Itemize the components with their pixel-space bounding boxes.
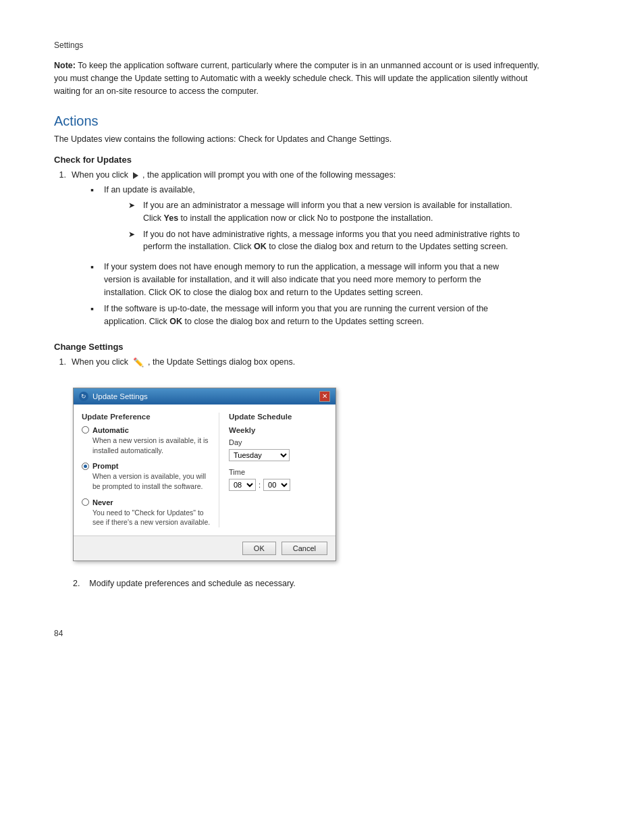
arrow-item-2: ➤ If you do not have administrative righ… [128, 228, 522, 254]
schedule-section-title: Update Schedule [229, 413, 327, 421]
pref-automatic: Automatic When a new version is availabl… [82, 426, 211, 455]
day-select[interactable]: Tuesday Monday Wednesday Thursday Friday… [229, 449, 290, 461]
bullet-item-2: ▪ If your system does not have enough me… [90, 261, 522, 298]
note-box: Note: To keep the application software c… [54, 59, 540, 97]
change-step1-text: , the Update Settings dialog box opens. [148, 357, 295, 367]
update-settings-dialog: Update Settings ✕ Update Preference Auto… [73, 388, 336, 561]
bullet-2-text: If your system does not have enough memo… [104, 261, 522, 298]
dialog-app-icon [79, 392, 88, 401]
change-settings-steps: 1. When you click ✏️ , the Update Settin… [54, 357, 590, 367]
preference-radio-group: Automatic When a new version is availabl… [82, 426, 211, 527]
dialog-titlebar: Update Settings ✕ [74, 388, 336, 405]
update-settings-dialog-wrapper: Update Settings ✕ Update Preference Auto… [73, 388, 336, 561]
dialog-preference-panel: Update Preference Automatic When a new v… [82, 413, 219, 527]
play-icon [133, 172, 138, 179]
change-step1-prefix: When you click [72, 357, 128, 367]
step1-text: , the application will prompt you with o… [142, 170, 396, 180]
dialog-cancel-button[interactable]: Cancel [281, 542, 327, 555]
preference-section-title: Update Preference [82, 413, 211, 421]
bullet-1-text: If an update is available, [104, 185, 195, 194]
breadcrumb: Settings [54, 41, 590, 50]
pref-never-label: Never [92, 498, 113, 506]
step2-text: Modify update preferences and schedule a… [89, 579, 296, 588]
note-label: Note: [54, 61, 76, 70]
arrow-list-1: ➤ If you are an administrator a message … [104, 199, 522, 253]
radio-never[interactable] [82, 498, 89, 506]
dialog-footer: OK Cancel [74, 536, 336, 561]
step1-prefix: When you click [72, 170, 128, 180]
section-title-actions: Actions [54, 113, 590, 129]
pref-prompt: Prompt When a version is available, you … [82, 462, 211, 491]
schedule-details: Weekly Day Tuesday Monday Wednesday Thur… [229, 426, 327, 491]
check-updates-bullets: ▪ If an update is available, ➤ If you ar… [72, 184, 522, 328]
minute-select[interactable]: 00 15 30 45 [263, 479, 290, 491]
note-text: To keep the application software current… [54, 61, 539, 96]
dialog-close-button[interactable]: ✕ [319, 391, 330, 402]
schedule-frequency: Weekly [229, 426, 327, 434]
dialog-schedule-panel: Update Schedule Weekly Day Tuesday Monda… [219, 413, 327, 527]
pref-automatic-desc: When a new version is available, it is i… [82, 436, 211, 455]
time-colon: : [259, 481, 261, 489]
radio-prompt[interactable] [82, 463, 89, 470]
dialog-titlebar-left: Update Settings [79, 392, 148, 401]
check-updates-steps: 1. When you click , the application will… [54, 170, 590, 332]
dialog-body: Update Preference Automatic When a new v… [74, 405, 336, 536]
page-number: 84 [54, 629, 590, 638]
pref-never-desc: You need to "Check for Updates" to see i… [82, 508, 211, 527]
hour-select[interactable]: 08 06 07 09 10 [229, 479, 256, 491]
pref-never: Never You need to "Check for Updates" to… [82, 498, 211, 527]
change-settings-step2: 2. Modify update preferences and schedul… [73, 579, 590, 588]
bullet-item-1: ▪ If an update is available, ➤ If you ar… [90, 184, 522, 257]
day-label: Day [229, 438, 327, 446]
pref-automatic-label: Automatic [92, 426, 129, 434]
radio-automatic[interactable] [82, 426, 89, 434]
arrow-item-1: ➤ If you are an administrator a message … [128, 199, 522, 225]
bullet-item-3: ▪ If the software is up-to-date, the mes… [90, 303, 522, 328]
dialog-ok-button[interactable]: OK [242, 542, 276, 555]
subsection-change-settings: Change Settings [54, 342, 590, 352]
subsection-check-updates: Check for Updates [54, 155, 590, 165]
time-row: 08 06 07 09 10 : 00 15 30 45 [229, 479, 327, 491]
change-settings-step1: 1. When you click ✏️ , the Update Settin… [54, 357, 590, 367]
dialog-title: Update Settings [92, 392, 148, 400]
time-label: Time [229, 468, 327, 476]
pencil-icon: ✏️ [133, 357, 144, 367]
pref-prompt-label: Prompt [92, 462, 119, 470]
bullet-3-text: If the software is up-to-date, the messa… [104, 303, 522, 328]
check-updates-step1: 1. When you click , the application will… [54, 170, 590, 332]
actions-intro: The Updates view contains the following … [54, 134, 540, 144]
pref-prompt-desc: When a version is available, you will be… [82, 471, 211, 491]
